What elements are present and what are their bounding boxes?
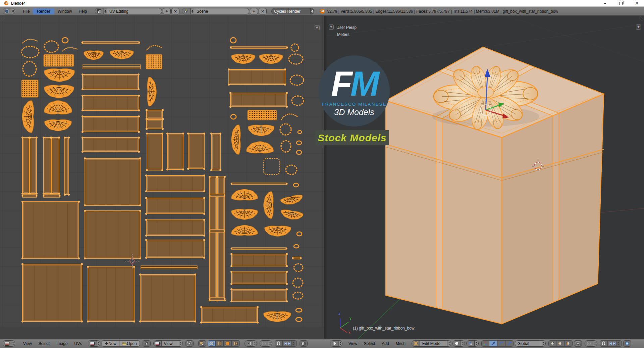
- image-browse-selector[interactable]: [88, 340, 100, 347]
- uv-island[interactable]: [231, 114, 236, 119]
- uv-island[interactable]: [82, 115, 140, 133]
- editor-type-selector[interactable]: [3, 340, 15, 347]
- uv-island[interactable]: [280, 209, 304, 221]
- uv-snap-toggle-button[interactable]: [275, 340, 283, 347]
- editor-type-info[interactable]: i: [3, 8, 15, 14]
- uv-proportional-edit-selector[interactable]: [260, 340, 272, 347]
- uv-island[interactable]: [281, 114, 298, 120]
- uv-island[interactable]: [43, 194, 61, 197]
- uv-properties-expand-button[interactable]: +: [315, 25, 320, 30]
- display-channel-selector[interactable]: View: [153, 340, 183, 347]
- menu-render[interactable]: Render: [33, 8, 54, 14]
- uv-island[interactable]: [290, 75, 304, 85]
- uv-island[interactable]: [247, 141, 274, 153]
- vertex-select-button[interactable]: [548, 340, 556, 347]
- edge-select-button[interactable]: [556, 340, 565, 347]
- restore-button[interactable]: [615, 0, 627, 7]
- menu-help[interactable]: Help: [75, 9, 90, 14]
- uv-island[interactable]: [21, 201, 80, 259]
- uv-island[interactable]: [248, 125, 274, 136]
- uv-editor-canvas[interactable]: +: [0, 16, 324, 339]
- uv-island[interactable]: [259, 54, 283, 64]
- uv-island[interactable]: [22, 39, 38, 43]
- uv-menu-select[interactable]: Select: [35, 341, 53, 346]
- uv-island[interactable]: [294, 245, 299, 248]
- uv-island[interactable]: [21, 137, 30, 195]
- uv-island[interactable]: [231, 54, 255, 64]
- uv-island[interactable]: [231, 225, 258, 236]
- uv-island[interactable]: [62, 38, 68, 43]
- uv-menu-image[interactable]: Image: [53, 341, 71, 346]
- scale-manipulator-button[interactable]: [505, 340, 514, 347]
- sticky-island-button[interactable]: [232, 340, 240, 347]
- uv-island[interactable]: [147, 46, 162, 50]
- uv-island[interactable]: [281, 141, 291, 152]
- add-layout-button[interactable]: +: [163, 8, 171, 14]
- uv-pivot-selector[interactable]: [245, 340, 257, 347]
- uv-island[interactable]: [187, 133, 205, 170]
- uv-island[interactable]: [83, 65, 141, 69]
- uv-island[interactable]: [209, 194, 225, 197]
- uv-island[interactable]: [44, 68, 75, 82]
- uv-island[interactable]: [141, 266, 197, 269]
- uv-island[interactable]: [296, 308, 302, 312]
- menu-window[interactable]: Window: [54, 9, 75, 14]
- uv-island[interactable]: [87, 266, 135, 322]
- v3d-snap-toggle-button[interactable]: [600, 340, 608, 347]
- uv-island[interactable]: [145, 175, 205, 192]
- uv-island[interactable]: [166, 133, 184, 170]
- uv-island[interactable]: [44, 54, 74, 66]
- uv-island[interactable]: [84, 210, 141, 259]
- uv-island[interactable]: [82, 137, 140, 153]
- uv-island[interactable]: [298, 131, 302, 134]
- v3d-menu-select[interactable]: Select: [361, 341, 378, 346]
- uv-island[interactable]: [146, 109, 164, 120]
- v3d-snap-element-selector[interactable]: [608, 340, 622, 347]
- uv-sync-selection-button[interactable]: [198, 340, 206, 347]
- uv-island[interactable]: [44, 41, 58, 52]
- uv-island[interactable]: [293, 278, 303, 287]
- uv-island[interactable]: [45, 119, 72, 131]
- orientation-selector[interactable]: Global: [515, 340, 546, 347]
- uv-island[interactable]: [230, 38, 236, 43]
- opengl-render-button[interactable]: [623, 340, 631, 347]
- uv-island[interactable]: [293, 183, 299, 187]
- add-scene-button[interactable]: +: [250, 8, 258, 14]
- uv-island[interactable]: [146, 133, 163, 171]
- uv-island[interactable]: [200, 306, 259, 324]
- uv-island[interactable]: [44, 85, 74, 98]
- v3d-menu-add[interactable]: Add: [378, 341, 392, 346]
- close-button[interactable]: ✕: [631, 0, 643, 7]
- uv-menu-uvs[interactable]: UVs: [71, 341, 86, 346]
- editor-type-selector-3d[interactable]: [330, 340, 342, 347]
- render-engine-selector[interactable]: Cycles Render: [271, 8, 314, 14]
- uv-island[interactable]: [29, 137, 38, 195]
- image-new-button[interactable]: New: [102, 340, 119, 347]
- screen-layout-selector[interactable]: UV Editing: [95, 8, 162, 14]
- uv-island[interactable]: [292, 257, 302, 259]
- uv-island[interactable]: [264, 158, 280, 175]
- uv-island[interactable]: [210, 133, 221, 171]
- uv-island[interactable]: [146, 118, 164, 130]
- uv-island[interactable]: [82, 95, 140, 111]
- uv-island[interactable]: [84, 51, 103, 60]
- uv-island[interactable]: [231, 248, 287, 249]
- uv-island[interactable]: [209, 297, 226, 300]
- uv-island[interactable]: [145, 239, 205, 259]
- uv-menu-view[interactable]: View: [20, 341, 35, 346]
- mode-selector[interactable]: Edit Mode: [412, 340, 451, 347]
- face-select-button[interactable]: [565, 340, 573, 347]
- pin-image-button[interactable]: [143, 340, 151, 347]
- pivot-point-selector[interactable]: [466, 340, 479, 347]
- uv-island[interactable]: [293, 292, 303, 299]
- close-scene-button[interactable]: ✕: [259, 8, 267, 14]
- uv-island[interactable]: [265, 226, 291, 237]
- uv-island[interactable]: [146, 54, 162, 69]
- uv-island[interactable]: [43, 137, 52, 195]
- uv-island[interactable]: [230, 46, 288, 49]
- uv-island[interactable]: [297, 232, 302, 236]
- rotate-manipulator-button[interactable]: [497, 340, 505, 347]
- draw-repeat-button[interactable]: [185, 340, 194, 347]
- uv-island[interactable]: [264, 192, 274, 219]
- v3d-menu-view[interactable]: View: [345, 341, 361, 346]
